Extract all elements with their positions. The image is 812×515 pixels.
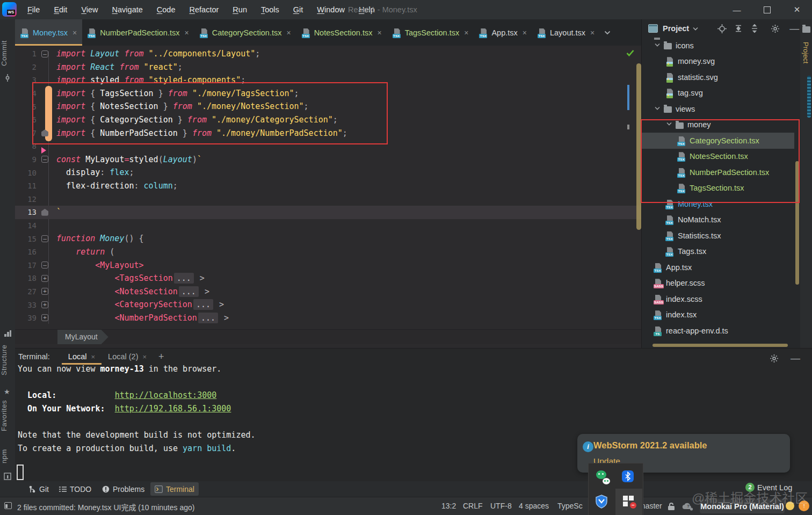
git-status-message[interactable]: 2 files committed: Money.tsx UI完成 (10 mi… bbox=[17, 502, 194, 512]
code-editor[interactable]: 1–import Layout from "../components/Layo… bbox=[15, 46, 641, 329]
editor-scrollbar[interactable] bbox=[636, 63, 641, 230]
code-text[interactable]: <MyLayout> bbox=[56, 259, 144, 272]
tab-notessection-tsx[interactable]: TSXNotesSection.tsx× bbox=[296, 19, 387, 46]
gear-icon[interactable] bbox=[771, 24, 780, 33]
fold-closed-icon[interactable]: + bbox=[41, 288, 48, 295]
tree-item-views[interactable]: views bbox=[642, 101, 794, 117]
locate-file-icon[interactable] bbox=[717, 24, 727, 33]
folded-region[interactable]: ... bbox=[193, 299, 213, 310]
close-tab-icon[interactable]: × bbox=[73, 28, 77, 37]
hide-panel-icon[interactable]: — bbox=[789, 23, 799, 34]
code-text[interactable]: <CategorySection... > bbox=[56, 298, 224, 311]
menu-item-code[interactable]: Code bbox=[151, 0, 182, 19]
tree-item-tags-tsx[interactable]: TSXTags.tsx bbox=[642, 244, 794, 260]
tree-item-money-tsx[interactable]: TSXMoney.tsx bbox=[642, 196, 794, 212]
menu-item-view[interactable]: View bbox=[75, 0, 104, 19]
menu-item-file[interactable]: File bbox=[21, 0, 46, 19]
code-text[interactable]: const MyLayout=styled(Layout)` bbox=[56, 153, 202, 166]
tree-item-notessection-tsx[interactable]: TSXNotesSection.tsx bbox=[642, 149, 794, 165]
lock-icon[interactable] bbox=[668, 502, 675, 511]
new-terminal-icon[interactable]: + bbox=[158, 351, 164, 362]
tool-windows-icon[interactable] bbox=[4, 502, 12, 509]
tree-scrollbar-horizontal[interactable] bbox=[653, 344, 788, 347]
close-icon[interactable]: ✕ bbox=[782, 0, 812, 19]
close-tab-icon[interactable]: × bbox=[91, 353, 96, 361]
menu-item-navigate[interactable]: Navigate bbox=[106, 0, 149, 19]
code-text[interactable]: import Layout from "../components/Layout… bbox=[56, 47, 260, 61]
gear-icon[interactable] bbox=[770, 354, 779, 363]
tree-item-categorysection-tsx[interactable]: TSXCategorySection.tsx bbox=[642, 133, 794, 149]
chevron-down-icon[interactable] bbox=[693, 27, 698, 31]
tree-item-tagssection-tsx[interactable]: TSXTagsSection.tsx bbox=[642, 180, 794, 197]
close-tab-icon[interactable]: × bbox=[464, 28, 468, 37]
tree-item-react-app-env-d-ts[interactable]: TSreact-app-env.d.ts bbox=[642, 323, 794, 339]
code-text[interactable]: import React from "react"; bbox=[56, 61, 183, 74]
code-text[interactable]: import { NumberPadSection } from "./mone… bbox=[56, 127, 347, 140]
code-text[interactable]: function Money() { bbox=[56, 232, 144, 245]
fold-end-icon[interactable] bbox=[41, 209, 48, 216]
fold-open-icon[interactable]: – bbox=[41, 235, 48, 242]
push-indicator[interactable]: ↑ bbox=[799, 501, 809, 511]
hide-panel-icon[interactable]: — bbox=[791, 353, 800, 364]
tree-item-numberpadsection-tsx[interactable]: TSXNumberPadSection.tsx bbox=[642, 164, 794, 180]
status-dot-yellow[interactable] bbox=[786, 502, 794, 510]
tree-item-statistic-svg[interactable]: statistic.svg bbox=[642, 69, 794, 85]
tab-numberpadsection-tsx[interactable]: TSXNumberPadSection.tsx× bbox=[82, 19, 194, 46]
expand-all-icon[interactable] bbox=[734, 24, 743, 33]
tab-app-tsx[interactable]: TSXApp.tsx× bbox=[474, 19, 532, 46]
close-tab-icon[interactable]: × bbox=[377, 28, 381, 37]
menu-item-window[interactable]: Window bbox=[311, 0, 351, 19]
folded-region[interactable]: ... bbox=[179, 286, 199, 297]
toolbtn-todo[interactable]: TODO bbox=[55, 482, 96, 496]
tree-scrollbar-vertical[interactable] bbox=[795, 161, 799, 285]
tab-money-tsx[interactable]: TSXMoney.tsx× bbox=[15, 19, 82, 46]
sidebar-item-npm[interactable]: npm bbox=[0, 445, 15, 468]
code-text[interactable]: ` bbox=[56, 206, 61, 219]
close-tab-icon[interactable]: × bbox=[523, 28, 527, 37]
menu-item-tools[interactable]: Tools bbox=[255, 0, 285, 19]
code-text[interactable]: <TagsSection... > bbox=[56, 272, 205, 285]
code-text[interactable]: display: flex; bbox=[56, 166, 134, 179]
chevron-down-icon[interactable] bbox=[655, 106, 660, 112]
tree-item-statistics-tsx[interactable]: TSXStatistics.tsx bbox=[642, 228, 794, 244]
fold-open-icon[interactable]: – bbox=[41, 50, 48, 57]
caret-position[interactable]: 13:2 bbox=[441, 502, 456, 510]
tree-item-index-scss[interactable]: SASSindex.scss bbox=[642, 291, 794, 307]
file-encoding[interactable]: UTF-8 bbox=[490, 502, 512, 510]
tree-item-money-svg[interactable]: money.svg bbox=[642, 54, 794, 70]
sidebar-item-structure[interactable]: Structure bbox=[0, 339, 15, 380]
close-tab-icon[interactable]: × bbox=[143, 353, 147, 361]
close-tab-icon[interactable]: × bbox=[286, 28, 291, 37]
minimize-icon[interactable]: — bbox=[722, 0, 752, 19]
code-text[interactable]: import { NotesSection } from "./money/No… bbox=[56, 100, 309, 113]
fold-closed-icon[interactable]: + bbox=[41, 314, 48, 321]
inspections-ok-icon[interactable] bbox=[626, 49, 634, 56]
tab-categorysection-tsx[interactable]: TSXCategorySection.tsx× bbox=[194, 19, 296, 46]
bluetooth-icon[interactable] bbox=[622, 470, 634, 482]
event-log[interactable]: 2 Event Log bbox=[745, 483, 792, 492]
menu-item-refactor[interactable]: Refactor bbox=[184, 0, 225, 19]
tree-item-icons[interactable]: icons bbox=[642, 38, 794, 54]
toolbtn-terminal[interactable]: Terminal bbox=[150, 482, 199, 496]
toolbtn-problems[interactable]: Problems bbox=[98, 482, 149, 496]
tab-tagssection-tsx[interactable]: TSXTagsSection.tsx× bbox=[387, 19, 474, 46]
menu-item-run[interactable]: Run bbox=[227, 0, 253, 19]
sidebar-item-favorites[interactable]: Favorites bbox=[0, 396, 15, 435]
menu-item-git[interactable]: Git bbox=[287, 0, 309, 19]
chevron-down-icon[interactable] bbox=[666, 122, 672, 127]
menu-item-edit[interactable]: Edit bbox=[48, 0, 73, 19]
sidebar-item-commit[interactable]: Commit bbox=[0, 37, 15, 70]
chevron-down-icon[interactable] bbox=[655, 43, 660, 48]
close-tab-icon[interactable]: × bbox=[590, 28, 595, 37]
folded-region[interactable]: ... bbox=[174, 273, 194, 284]
fold-open-icon[interactable]: – bbox=[41, 262, 48, 269]
cloud-sync-icon[interactable]: ? bbox=[682, 502, 694, 511]
code-text[interactable]: <NotesSection... > bbox=[56, 285, 209, 299]
tab-layout-tsx[interactable]: TSXLayout.tsx× bbox=[532, 19, 600, 46]
code-text[interactable]: return ( bbox=[56, 245, 114, 259]
language-level[interactable]: TypeSc bbox=[557, 502, 583, 510]
breadcrumb-tag[interactable]: MyLayout bbox=[57, 330, 108, 344]
indent-setting[interactable]: 4 spaces bbox=[519, 502, 549, 510]
code-text[interactable]: import styled from "styled-components"; bbox=[56, 74, 245, 87]
tree-item-tag-svg[interactable]: tag.svg bbox=[642, 85, 794, 101]
